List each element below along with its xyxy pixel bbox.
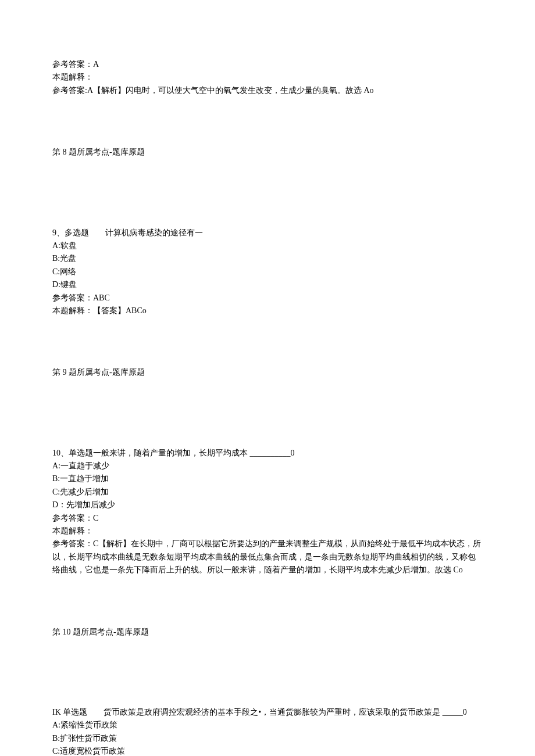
option-c: C:先减少后增加 <box>52 486 483 499</box>
option-b: B:光盘 <box>52 252 483 265</box>
option-c: C:适度宽松货币政策 <box>52 745 483 756</box>
reference-answer: 参考答案：ABC <box>52 292 483 304</box>
question-8-tail: 参考答案：A 本题解释： 参考答案:A【解析】闪电时，可以使大气空中的氧气发生改… <box>52 58 483 97</box>
option-a: A:软盘 <box>52 239 483 252</box>
topic-label: 第 9 题所属考点-题库原题 <box>52 366 483 379</box>
reference-answer: 参考答案：A <box>52 58 483 71</box>
reference-answer: 参考答案：C <box>52 512 483 525</box>
question-8-topic: 第 8 题所属考点-题库原题 <box>52 146 483 159</box>
topic-label: 第 10 题所屈考点-题库原题 <box>52 626 483 639</box>
question-stem: 9、多选题 计算机病毒感染的途径有一 <box>52 227 483 239</box>
question-stem: 10、单选题一般来讲，随着产量的增加，长期平均成本 __________0 <box>52 447 483 460</box>
option-a: A:紧缩性货币政策 <box>52 719 483 732</box>
explanation-text: 参考答案：C【解析】在长期中，厂商可以根据它所要达到的产量来调整生产规模，从而始… <box>52 538 483 576</box>
explanation-text: 参考答案:A【解析】闪电时，可以使大气空中的氧气发生改变，生成少量的臭氧。故选 … <box>52 84 483 97</box>
topic-label: 第 8 题所属考点-题库原题 <box>52 146 483 159</box>
explanation-label: 本题解释： <box>52 71 483 84</box>
question-10: 10、单选题一般来讲，随着产量的增加，长期平均成本 __________0 A:… <box>52 447 483 577</box>
option-d: D:键盘 <box>52 278 483 291</box>
question-9: 9、多选题 计算机病毒感染的途径有一 A:软盘 B:光盘 C:网络 D:键盘 参… <box>52 227 483 318</box>
option-a: A:一直趋于减少 <box>52 460 483 472</box>
option-b: B:一直趋于增加 <box>52 472 483 485</box>
question-11: IK 单选题 货币政策是政府调控宏观经济的基本手段之•，当通货膨胀较为严重时，应… <box>52 706 483 756</box>
question-9-topic: 第 9 题所属考点-题库原题 <box>52 366 483 379</box>
explanation-text: 本题解释：【答案】ABCo <box>52 304 483 317</box>
question-stem: IK 单选题 货币政策是政府调控宏观经济的基本手段之•，当通货膨胀较为严重时，应… <box>52 706 483 719</box>
question-10-topic: 第 10 题所屈考点-题库原题 <box>52 626 483 639</box>
option-c: C:网络 <box>52 266 483 278</box>
option-d: D：先增加后减少 <box>52 499 483 511</box>
option-b: B:扩张性货币政策 <box>52 732 483 745</box>
explanation-label: 本题解释： <box>52 525 483 538</box>
